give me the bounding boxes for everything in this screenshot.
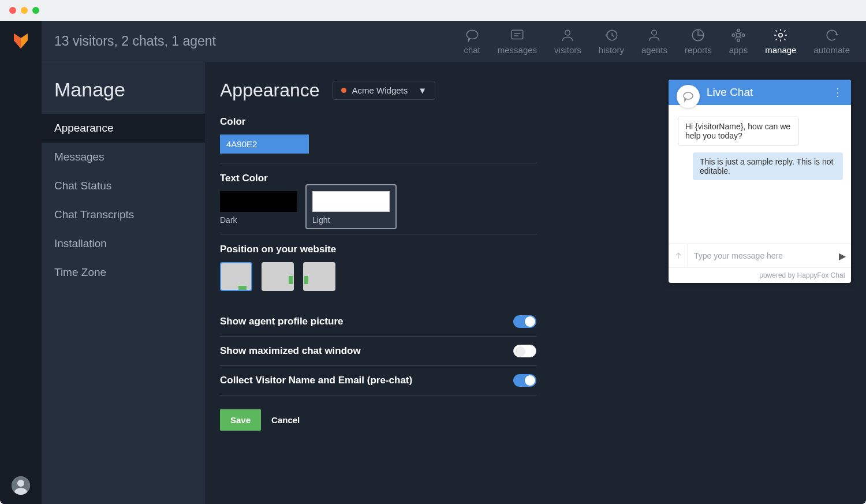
position-bottom-right[interactable] bbox=[220, 262, 252, 291]
automate-icon bbox=[824, 28, 839, 43]
visitors-icon bbox=[560, 28, 575, 43]
status-summary: 13 visitors, 2 chats, 1 agent bbox=[54, 33, 216, 49]
sidebar-item-messages[interactable]: Messages bbox=[42, 143, 205, 171]
mac-titlebar bbox=[0, 0, 866, 21]
sidebar-item-label: Installation bbox=[54, 237, 107, 249]
powered-by: powered by HappyFox Chat bbox=[669, 267, 851, 283]
svg-point-15 bbox=[737, 39, 740, 42]
nav-automate[interactable]: automate bbox=[813, 28, 850, 55]
nav-label: apps bbox=[729, 45, 748, 55]
sidebar-item-label: Messages bbox=[54, 151, 104, 163]
chat-bubble-icon bbox=[465, 28, 480, 43]
chat-title: Live Chat bbox=[707, 86, 753, 99]
position-marker-icon bbox=[238, 286, 247, 290]
sidebar-item-appearance[interactable]: Appearance bbox=[42, 114, 205, 143]
left-rail bbox=[0, 21, 42, 504]
nav-apps[interactable]: apps bbox=[729, 28, 748, 55]
swatch-label: Light bbox=[312, 215, 390, 225]
svg-point-9 bbox=[565, 30, 570, 35]
app-logo-icon[interactable] bbox=[12, 31, 30, 50]
sidebar-item-chat-transcripts[interactable]: Chat Transcripts bbox=[42, 200, 205, 229]
position-right-middle[interactable] bbox=[262, 262, 294, 291]
agents-icon bbox=[647, 28, 662, 43]
chat-bubble-outgoing: This is just a sample reply. This is not… bbox=[693, 152, 843, 180]
gear-icon bbox=[773, 28, 788, 43]
nav-reports[interactable]: reports bbox=[685, 28, 712, 55]
window-minimize-dot[interactable] bbox=[21, 7, 28, 14]
svg-point-5 bbox=[466, 30, 478, 39]
sidebar-item-label: Time Zone bbox=[54, 266, 106, 278]
nav-label: automate bbox=[813, 45, 850, 55]
chat-body: Hi {visitorName}, how can we help you to… bbox=[669, 105, 851, 244]
sidebar-item-chat-status[interactable]: Chat Status bbox=[42, 171, 205, 200]
user-avatar[interactable] bbox=[12, 476, 30, 495]
chat-input-row: Type your message here ▶ bbox=[669, 244, 851, 267]
nav-label: chat bbox=[464, 45, 480, 55]
chat-more-icon[interactable]: ⋮ bbox=[833, 86, 843, 99]
status-dot-icon bbox=[341, 88, 346, 93]
divider bbox=[220, 163, 536, 163]
nav-chat[interactable]: chat bbox=[464, 28, 480, 55]
chat-header: Live Chat ⋮ bbox=[669, 80, 851, 105]
color-value: 4A90E2 bbox=[226, 139, 257, 149]
svg-point-11 bbox=[652, 30, 657, 35]
nav-manage[interactable]: manage bbox=[765, 28, 796, 55]
nav-label: agents bbox=[641, 45, 667, 55]
svg-point-18 bbox=[779, 33, 783, 38]
apps-icon bbox=[731, 28, 746, 43]
nav-label: history bbox=[599, 45, 624, 55]
svg-point-3 bbox=[17, 480, 24, 487]
profile-dropdown[interactable]: Acme Widgets ▼ bbox=[333, 81, 436, 100]
sidebar-title: Manage bbox=[42, 79, 205, 114]
text-color-label: Text Color bbox=[220, 173, 645, 184]
sidebar-item-time-zone[interactable]: Time Zone bbox=[42, 258, 205, 287]
toggle-maximized-window-row: Show maximized chat window bbox=[220, 337, 536, 366]
position-marker-icon bbox=[304, 276, 308, 284]
chat-bubble-incoming: Hi {visitorName}, how can we help you to… bbox=[678, 117, 799, 145]
history-icon bbox=[604, 28, 619, 43]
svg-point-16 bbox=[732, 34, 734, 36]
toggle-knob bbox=[525, 316, 535, 327]
save-button[interactable]: Save bbox=[220, 409, 261, 431]
svg-point-14 bbox=[737, 29, 740, 31]
toggle-collect-prechat[interactable] bbox=[513, 374, 536, 387]
position-marker-icon bbox=[289, 276, 293, 284]
chat-input[interactable]: Type your message here bbox=[688, 244, 834, 267]
chevron-down-icon: ▼ bbox=[418, 85, 427, 95]
sidebar-item-installation[interactable]: Installation bbox=[42, 229, 205, 258]
nav-history[interactable]: history bbox=[599, 28, 624, 55]
svg-rect-6 bbox=[512, 30, 523, 39]
toggle-knob bbox=[515, 346, 525, 357]
nav-label: messages bbox=[498, 45, 537, 55]
cancel-button[interactable]: Cancel bbox=[271, 415, 300, 425]
reports-icon bbox=[690, 28, 706, 43]
nav-label: reports bbox=[685, 45, 712, 55]
nav-messages[interactable]: messages bbox=[498, 28, 537, 55]
toggle-label: Show maximized chat window bbox=[220, 345, 361, 357]
dropdown-label: Acme Widgets bbox=[352, 85, 408, 95]
nav-label: visitors bbox=[554, 45, 581, 55]
chat-send-icon[interactable]: ▶ bbox=[834, 251, 851, 262]
toggle-maximized-window[interactable] bbox=[513, 345, 536, 357]
toggle-agent-picture[interactable] bbox=[513, 315, 536, 328]
chat-upload-icon[interactable] bbox=[669, 244, 688, 267]
toggle-collect-prechat-row: Collect Visitor Name and Email (pre-chat… bbox=[220, 366, 536, 395]
color-input[interactable]: 4A90E2 bbox=[220, 135, 309, 154]
nav-visitors[interactable]: visitors bbox=[554, 28, 581, 55]
sidebar-item-label: Appearance bbox=[54, 122, 113, 134]
toggle-label: Collect Visitor Name and Email (pre-chat… bbox=[220, 375, 412, 386]
position-left-middle[interactable] bbox=[303, 262, 335, 291]
text-color-light-option[interactable]: Light bbox=[305, 184, 397, 229]
light-swatch bbox=[312, 191, 390, 212]
swatch-label: Dark bbox=[220, 215, 297, 225]
nav-label: manage bbox=[765, 45, 796, 55]
manage-sidebar: Manage Appearance Messages Chat Status C… bbox=[42, 62, 205, 504]
top-nav: chat messages visitors history agents bbox=[464, 28, 850, 55]
toggle-knob bbox=[525, 375, 535, 386]
nav-agents[interactable]: agents bbox=[641, 28, 667, 55]
window-zoom-dot[interactable] bbox=[32, 7, 39, 14]
svg-point-17 bbox=[742, 34, 744, 36]
top-header: 13 visitors, 2 chats, 1 agent chat messa… bbox=[42, 21, 866, 62]
text-color-dark-option[interactable]: Dark bbox=[220, 191, 297, 225]
window-close-dot[interactable] bbox=[9, 7, 16, 14]
